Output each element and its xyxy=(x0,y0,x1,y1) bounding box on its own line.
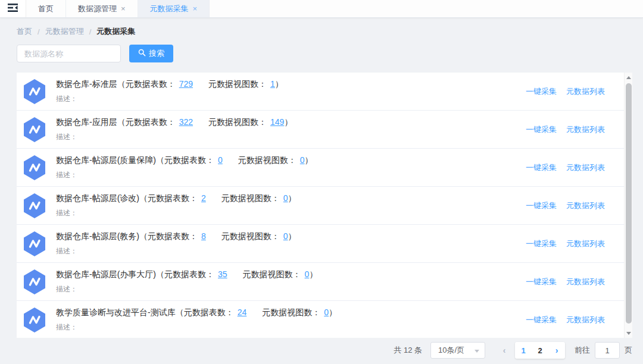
datasource-list: 数据仓库-标准层 （ 元数据表数： 729 元数据视图数： 1 ） 描述： 一键… xyxy=(17,73,624,338)
tables-count-link[interactable]: 24 xyxy=(238,307,247,317)
collect-button[interactable]: 一键采集 xyxy=(526,239,557,249)
scroll-up-icon[interactable] xyxy=(625,73,632,82)
next-page-button[interactable]: › xyxy=(548,342,565,359)
close-icon[interactable]: × xyxy=(121,5,126,12)
datasource-title: 数据仓库-帖源层(质量保障) （ 元数据表数： 0 元数据视图数： 0 ） xyxy=(56,155,526,166)
collect-button[interactable]: 一键采集 xyxy=(526,124,557,135)
paren-close: ） xyxy=(329,307,337,318)
tables-count-label: 元数据表数： xyxy=(164,155,214,166)
metadata-list-button[interactable]: 元数据列表 xyxy=(566,315,605,325)
views-count-link[interactable]: 1 xyxy=(270,79,275,89)
tables-count-link[interactable]: 2 xyxy=(201,193,206,203)
collect-button[interactable]: 一键采集 xyxy=(526,315,557,325)
row-actions: 一键采集 元数据列表 xyxy=(526,277,605,287)
views-count-link[interactable]: 149 xyxy=(270,117,284,127)
datasource-title: 数据仓库-标准层 （ 元数据表数： 729 元数据视图数： 1 ） xyxy=(56,79,526,90)
metadata-list-button[interactable]: 元数据列表 xyxy=(566,162,605,173)
scroll-down-icon[interactable] xyxy=(625,328,632,338)
tab-label: 数据源管理 xyxy=(78,4,117,14)
tables-count-link[interactable]: 729 xyxy=(179,79,193,89)
page-unit-label: 页 xyxy=(625,345,632,356)
scrollbar-thumb[interactable] xyxy=(626,83,632,324)
search-button-label: 搜索 xyxy=(149,48,164,59)
goto-label: 前往 xyxy=(575,345,590,356)
description-label: 描述： xyxy=(56,170,526,180)
pager: 1 2 › xyxy=(515,342,565,359)
row-actions: 一键采集 元数据列表 xyxy=(526,315,605,325)
views-count-link[interactable]: 0 xyxy=(283,193,288,203)
paren-close: ） xyxy=(309,269,317,280)
tables-count-link[interactable]: 35 xyxy=(218,269,227,279)
sidebar-collapse-button[interactable] xyxy=(0,0,26,17)
datasource-info: 数据仓库-帖源层(诊改) （ 元数据表数： 2 元数据视图数： 0 ） 描述： xyxy=(56,193,526,218)
metadata-list-button[interactable]: 元数据列表 xyxy=(566,86,605,97)
tables-count-label: 元数据表数： xyxy=(126,117,176,128)
tables-count-label: 元数据表数： xyxy=(148,193,198,204)
paren-open: （ xyxy=(139,193,148,204)
row-actions: 一键采集 元数据列表 xyxy=(526,239,605,249)
tab-home[interactable]: 首页 xyxy=(26,0,66,17)
metadata-list-button[interactable]: 元数据列表 xyxy=(566,124,605,135)
description-label: 描述： xyxy=(56,284,526,294)
views-count-link[interactable]: 0 xyxy=(324,307,329,317)
page-size-select[interactable]: 10条/页 xyxy=(430,342,485,359)
tables-count-label: 元数据表数： xyxy=(148,231,198,242)
chevron-down-icon xyxy=(475,350,479,353)
paren-close: ） xyxy=(288,231,296,242)
datasource-row: 数据仓库-帖源层(教务) （ 元数据表数： 8 元数据视图数： 0 ） 描述： … xyxy=(17,225,624,263)
goto-page: 前往 页 xyxy=(575,342,632,359)
metadata-list-button[interactable]: 元数据列表 xyxy=(566,200,605,211)
description-label: 描述： xyxy=(56,132,526,142)
row-actions: 一键采集 元数据列表 xyxy=(526,124,605,135)
views-count-label: 元数据视图数： xyxy=(208,117,267,128)
search-button[interactable]: 搜索 xyxy=(129,45,173,62)
search-input[interactable] xyxy=(17,45,121,62)
views-count-link[interactable]: 0 xyxy=(300,155,305,165)
page-button-2[interactable]: 2 xyxy=(532,342,548,359)
paren-close: ） xyxy=(284,117,292,128)
prev-page-button[interactable]: ‹ xyxy=(496,342,513,359)
collect-button[interactable]: 一键采集 xyxy=(526,200,557,211)
list-scrollbar[interactable] xyxy=(624,73,632,338)
metadata-list-button[interactable]: 元数据列表 xyxy=(566,239,605,249)
breadcrumb-home[interactable]: 首页 xyxy=(17,26,32,37)
datasource-row: 数据仓库-应用层 （ 元数据表数： 322 元数据视图数： 149 ） 描述： … xyxy=(17,111,624,149)
tab-metadata-collection[interactable]: 元数据采集 × xyxy=(138,0,210,17)
views-count-label: 元数据视图数： xyxy=(262,307,320,318)
datasource-name: 数据仓库-标准层 xyxy=(56,79,117,90)
datasource-hexagon-icon xyxy=(23,193,46,219)
close-icon[interactable]: × xyxy=(193,5,198,12)
collect-button[interactable]: 一键采集 xyxy=(526,162,557,173)
datasource-title: 数据仓库-应用层 （ 元数据表数： 322 元数据视图数： 149 ） xyxy=(56,117,526,128)
goto-page-input[interactable] xyxy=(595,342,620,359)
datasource-title: 数据仓库-帖源层(诊改) （ 元数据表数： 2 元数据视图数： 0 ） xyxy=(56,193,526,204)
datasource-info: 数据仓库-帖源层(办事大厅) （ 元数据表数： 35 元数据视图数： 0 ） 描… xyxy=(56,269,526,294)
tables-count-link[interactable]: 8 xyxy=(201,231,206,241)
metadata-list-button[interactable]: 元数据列表 xyxy=(566,277,605,287)
views-count-link[interactable]: 0 xyxy=(283,231,288,241)
views-count-link[interactable]: 0 xyxy=(305,269,310,279)
tables-count-link[interactable]: 322 xyxy=(179,117,193,127)
breadcrumb-current: 元数据采集 xyxy=(96,26,135,37)
tables-count-label: 元数据表数： xyxy=(184,307,234,318)
datasource-hexagon-icon xyxy=(23,231,46,257)
row-actions: 一键采集 元数据列表 xyxy=(526,200,605,211)
total-count-label: 共 12 条 xyxy=(394,345,422,356)
collect-button[interactable]: 一键采集 xyxy=(526,277,557,287)
breadcrumb-metadata-management[interactable]: 元数据管理 xyxy=(45,26,84,37)
datasource-row: 教学质量诊断与改进平台-测试库 （ 元数据表数： 24 元数据视图数： 0 ） … xyxy=(17,301,624,338)
breadcrumb-separator: / xyxy=(38,27,40,36)
tab-datasource-management[interactable]: 数据源管理 × xyxy=(66,0,138,17)
tables-count-link[interactable]: 0 xyxy=(218,155,223,165)
search-bar: 搜索 xyxy=(17,45,173,62)
paren-open: （ xyxy=(117,117,126,128)
collect-button[interactable]: 一键采集 xyxy=(526,86,557,97)
datasource-title: 教学质量诊断与改进平台-测试库 （ 元数据表数： 24 元数据视图数： 0 ） xyxy=(56,307,526,318)
views-count-label: 元数据视图数： xyxy=(221,193,280,204)
datasource-name: 数据仓库-帖源层(诊改) xyxy=(56,193,139,204)
page-button-1[interactable]: 1 xyxy=(515,342,532,359)
datasource-info: 数据仓库-帖源层(教务) （ 元数据表数： 8 元数据视图数： 0 ） 描述： xyxy=(56,231,526,256)
views-count-label: 元数据视图数： xyxy=(208,79,267,90)
paren-open: （ xyxy=(117,79,126,90)
datasource-name: 数据仓库-帖源层(教务) xyxy=(56,231,139,242)
